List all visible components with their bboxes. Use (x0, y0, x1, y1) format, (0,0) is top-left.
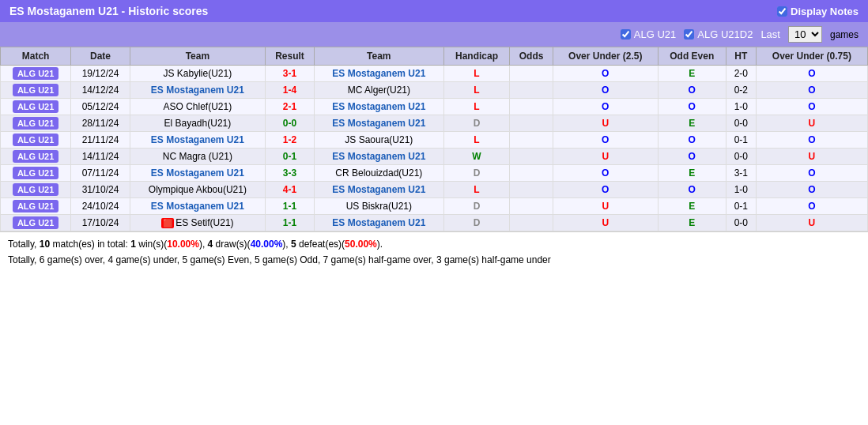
outcome-value: L (474, 68, 479, 79)
result-value: 0-1 (283, 151, 296, 162)
result-value: 2-1 (283, 101, 296, 112)
match-date: 14/11/24 (71, 149, 130, 165)
alg-u21-filter[interactable]: ALG U21 (621, 28, 676, 40)
oe-cell: E (658, 215, 726, 231)
result-cell: 1-1 (265, 198, 314, 215)
match-date: 14/12/24 (71, 82, 130, 99)
match-date: 28/11/24 (71, 115, 130, 132)
team2-cell: ES Mostaganem U21 (315, 149, 444, 165)
table-row: ALG U21 21/11/24 ES Mostaganem U21 1-2 J… (1, 132, 868, 149)
outcome-value: L (474, 101, 479, 112)
league-badge: ALG U21 (13, 150, 58, 163)
ht-value: 1-0 (734, 101, 748, 112)
scores-table: Match Date Team Result Team Handicap Odd… (0, 47, 868, 231)
ht-value: 0-1 (734, 201, 748, 212)
ht-value: 0-1 (734, 134, 748, 145)
league-badge: ALG U21 (13, 134, 58, 146)
outcome-cell: D (443, 215, 510, 231)
ht-cell: 0-1 (726, 198, 756, 215)
outcome-cell: L (443, 182, 510, 198)
team2-cell: ES Mostaganem U21 (315, 182, 444, 198)
ou075-value: O (808, 167, 815, 179)
col-over-under-25: Over Under (2.5) (553, 47, 658, 66)
team2-cell: ES Mostaganem U21 (315, 99, 444, 115)
handicap-cell (510, 165, 553, 182)
result-cell: 1-1 (265, 215, 314, 231)
footer-line1: Totally, 10 match(es) in total: 1 win(s)… (8, 237, 860, 251)
team1-name: ES Mostaganem U21 (151, 201, 244, 212)
team2-cell: US Biskra(U21) (315, 198, 444, 215)
outcome-cell: L (443, 132, 510, 149)
result-cell: 0-1 (265, 149, 314, 165)
page-header: ES Mostaganem U21 - Historic scores Disp… (0, 0, 868, 22)
result-value: 3-3 (283, 167, 296, 179)
team1-name: Olympique Akbou(U21) (149, 184, 247, 195)
match-date: 21/11/24 (71, 132, 130, 149)
ou075-cell: O (756, 66, 867, 82)
ou075-cell: U (756, 215, 867, 231)
league-badge: ALG U21 (13, 117, 58, 130)
ht-cell: 0-0 (726, 149, 756, 165)
league-badge: ALG U21 (13, 216, 58, 229)
league-badge: ALG U21 (13, 100, 58, 113)
display-notes-checkbox[interactable] (777, 6, 787, 17)
oe-cell: E (658, 165, 726, 182)
outcome-value: W (472, 151, 481, 162)
match-badge: ALG U21 (1, 182, 71, 198)
oe-cell: E (658, 198, 726, 215)
ou075-cell: O (756, 198, 867, 215)
table-row: ALG U21 14/11/24 NC Magra (U21) 0-1 ES M… (1, 149, 868, 165)
team2-cell: ES Mostaganem U21 (315, 215, 444, 231)
team2-cell: ES Mostaganem U21 (315, 115, 444, 132)
ou075-cell: O (756, 165, 867, 182)
ht-cell: 3-1 (726, 165, 756, 182)
handicap-cell (510, 132, 553, 149)
outcome-cell: D (443, 165, 510, 182)
table-row: ALG U21 05/12/24 ASO Chlef(U21) 2-1 ES M… (1, 99, 868, 115)
col-odds: Odds (510, 47, 553, 66)
result-cell: 1-2 (265, 132, 314, 149)
table-row: ALG U21 28/11/24 El Bayadh(U21) 0-0 ES M… (1, 115, 868, 132)
oe-value: O (689, 101, 696, 112)
result-cell: 2-1 (265, 99, 314, 115)
ou25-cell: U (553, 198, 658, 215)
display-notes-checkbox-label[interactable]: Display Notes (777, 6, 859, 17)
team1-name: ES Setif(U21) (175, 217, 233, 228)
ou075-value: U (809, 118, 816, 129)
ht-value: 0-2 (734, 85, 748, 96)
handicap-cell (510, 115, 553, 132)
result-cell: 1-4 (265, 82, 314, 99)
ht-value: 3-1 (734, 167, 748, 179)
oe-value: E (689, 68, 695, 79)
result-value: 0-0 (283, 118, 296, 129)
result-cell: 3-1 (265, 66, 314, 82)
team2-name: ES Mostaganem U21 (332, 68, 425, 79)
outcome-value: L (474, 184, 479, 195)
ou25-value: U (602, 201, 609, 212)
ou25-value: O (602, 68, 609, 79)
ou25-value: U (602, 118, 609, 129)
alg-u21d2-filter[interactable]: ALG U21D2 (684, 28, 753, 40)
col-result: Result (265, 47, 314, 66)
ou075-value: O (808, 85, 815, 96)
team1-cell: ES Mostaganem U21 (130, 82, 265, 99)
team1-cell: JS Kabylie(U21) (130, 66, 265, 82)
result-cell: 4-1 (265, 182, 314, 198)
ou25-cell: O (553, 66, 658, 82)
oe-cell: O (658, 82, 726, 99)
ht-value: 0-0 (734, 118, 748, 129)
result-value: 1-1 (283, 201, 296, 212)
match-date: 24/10/24 (71, 198, 130, 215)
alg-u21-checkbox[interactable] (621, 29, 631, 39)
alg-u21d2-checkbox[interactable] (684, 29, 694, 39)
col-team1: Team (130, 47, 265, 66)
oe-cell: O (658, 182, 726, 198)
match-badge: ALG U21 (1, 149, 71, 165)
games-select[interactable]: 10 5 15 20 25 30 (788, 26, 822, 43)
outcome-value: D (474, 167, 481, 179)
ou25-value: O (602, 85, 609, 96)
oe-cell: O (658, 99, 726, 115)
match-badge: ALG U21 (1, 99, 71, 115)
table-row: ALG U21 17/10/24 🟥ES Setif(U21) 1-1 ES M… (1, 215, 868, 231)
match-badge: ALG U21 (1, 215, 71, 231)
